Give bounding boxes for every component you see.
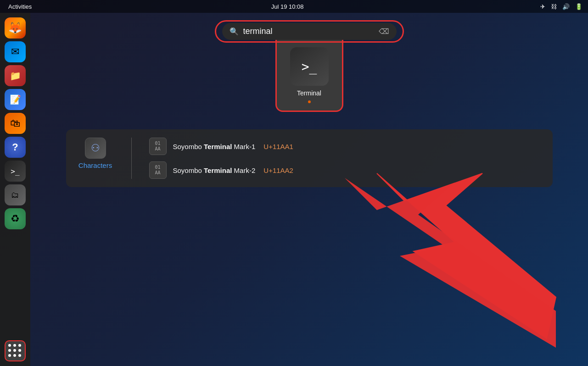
appstore-icon: 🛍	[10, 117, 20, 129]
characters-app-item[interactable]: ⚇ Characters	[77, 138, 114, 169]
char-glyph-1: 01AA	[155, 141, 160, 152]
sidebar-item-trash[interactable]: ♻	[5, 208, 26, 229]
char-result-2[interactable]: 01AA Soyombo Terminal Mark-2 U+11AA2	[149, 161, 542, 179]
files-icon: 📁	[10, 70, 21, 81]
char-icon-2: 01AA	[149, 161, 167, 179]
sidebar: 🦊 ✉ 📁 📝 🛍 ? >_ 🗂 ♻	[0, 13, 30, 366]
characters-icon: ⚇	[85, 138, 106, 159]
terminal-icon: >_	[11, 167, 19, 176]
vertical-divider	[131, 138, 132, 179]
filemanager-icon: 🗂	[11, 190, 19, 200]
char-code-2: U+11AA2	[263, 166, 293, 174]
airplane-icon[interactable]: ✈	[540, 3, 545, 10]
terminal-app-icon: >_	[290, 47, 329, 86]
firefox-icon: 🦊	[8, 22, 22, 34]
terminal-app-label: Terminal	[297, 89, 321, 97]
char-code-1: U+11AA1	[263, 143, 293, 150]
sidebar-item-writer[interactable]: 📝	[5, 89, 26, 110]
volume-icon[interactable]: 🔊	[562, 3, 570, 10]
trash-icon: ♻	[11, 213, 20, 225]
activities-button[interactable]: Activities	[6, 2, 34, 11]
search-icon: 🔍	[230, 27, 239, 36]
battery-icon: 🔋	[575, 3, 582, 10]
writer-icon: 📝	[10, 94, 21, 105]
network-icon[interactable]: ⛓	[551, 3, 557, 10]
show-apps-button[interactable]	[5, 340, 26, 361]
char-result-1[interactable]: 01AA Soyombo Terminal Mark-1 U+11AA1	[149, 138, 542, 155]
terminal-prompt-text: >_	[302, 59, 317, 74]
characters-label: Characters	[78, 161, 112, 169]
search-clear-button[interactable]: ⌫	[379, 27, 389, 36]
char-glyph-2: 01AA	[155, 165, 160, 176]
characters-glyph: ⚇	[91, 142, 100, 154]
topbar-datetime: Jul 19 10:08	[271, 3, 304, 10]
thunderbird-icon: ✉	[11, 46, 19, 58]
help-icon: ?	[12, 141, 18, 153]
topbar: Activities Jul 19 10:08 ✈ ⛓ 🔊 🔋	[0, 0, 588, 13]
sidebar-item-thunderbird[interactable]: ✉	[5, 41, 26, 62]
sidebar-item-files[interactable]: 📁	[5, 65, 26, 86]
character-results-list: 01AA Soyombo Terminal Mark-1 U+11AA1 01A…	[149, 138, 542, 179]
sidebar-item-help[interactable]: ?	[5, 137, 26, 158]
search-box-container: 🔍 ⌫	[222, 23, 397, 40]
search-input[interactable]	[243, 27, 374, 36]
sidebar-item-firefox[interactable]: 🦊	[5, 17, 26, 39]
annotation-arrow	[322, 160, 560, 352]
grid-icon	[8, 344, 22, 358]
main-content: 🔍 ⌫ >_ Terminal ⚇ Characters	[30, 13, 588, 366]
topbar-left: Activities	[6, 2, 34, 11]
svg-marker-0	[377, 173, 556, 338]
search-area: 🔍 ⌫ >_ Terminal	[222, 23, 397, 40]
terminal-active-dot	[308, 100, 311, 103]
sidebar-item-appstore[interactable]: 🛍	[5, 113, 26, 134]
topbar-right: ✈ ⛓ 🔊 🔋	[540, 3, 582, 10]
search-results-panel: ⚇ Characters 01AA Soyombo Terminal Mark-…	[66, 129, 553, 187]
sidebar-item-terminal[interactable]: >_	[5, 161, 26, 182]
char-icon-1: 01AA	[149, 138, 167, 155]
char-name-1: Soyombo Terminal Mark-1	[173, 143, 256, 150]
sidebar-item-filemanager[interactable]: 🗂	[5, 184, 26, 205]
terminal-app-result[interactable]: >_ Terminal	[275, 40, 343, 112]
char-name-2: Soyombo Terminal Mark-2	[173, 166, 256, 174]
